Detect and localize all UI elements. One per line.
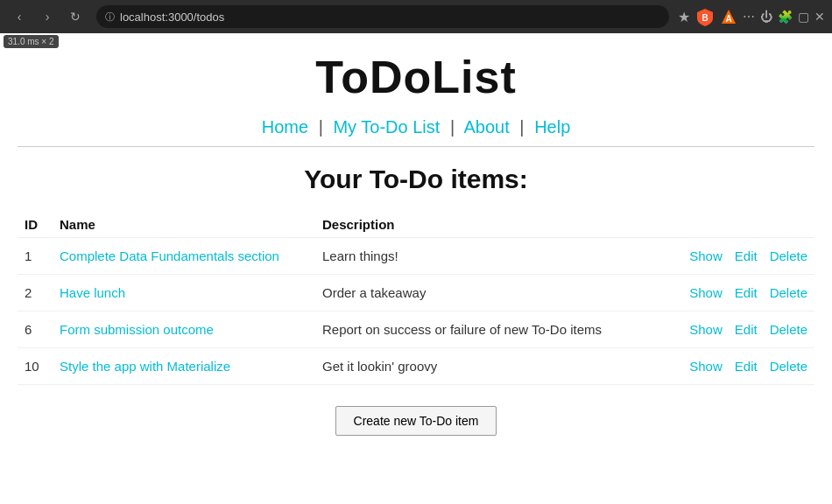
actions-group: Show Edit Delete	[666, 359, 807, 374]
power-icon[interactable]: ⏻	[760, 10, 772, 24]
show-link[interactable]: Show	[689, 285, 723, 300]
delete-link[interactable]: Delete	[770, 322, 807, 337]
cell-name: Have lunch	[53, 275, 315, 312]
cell-description: Order a takeaway	[315, 275, 659, 312]
back-button[interactable]: ‹	[7, 4, 32, 29]
cell-id: 6	[18, 312, 53, 348]
edit-link[interactable]: Edit	[735, 322, 758, 337]
cell-id: 2	[18, 275, 53, 312]
table-row: 10 Style the app with Materialize Get it…	[18, 348, 814, 385]
nav-sep-1: |	[319, 117, 323, 136]
delete-link[interactable]: Delete	[770, 359, 807, 374]
nav-divider	[18, 146, 814, 147]
table-row: 1 Complete Data Fundamentals section Lea…	[18, 238, 814, 275]
forward-button[interactable]: ›	[35, 4, 60, 29]
cell-actions: Show Edit Delete	[659, 275, 814, 312]
cell-name: Style the app with Materialize	[53, 348, 315, 385]
app-title: ToDoList	[18, 51, 814, 103]
cell-description: Learn things!	[315, 238, 659, 275]
nav-sep-3: |	[519, 117, 524, 136]
ad-block-icon[interactable]: A	[720, 8, 737, 25]
svg-text:A: A	[725, 14, 731, 24]
actions-group: Show Edit Delete	[666, 248, 807, 263]
nav-sep-2: |	[450, 117, 455, 136]
browser-chrome: ‹ › ↻ ⓘ localhost:3000/todos ★ B A ⋯ ⏻ 🧩…	[0, 0, 832, 33]
todo-link[interactable]: Have lunch	[60, 285, 125, 300]
cell-actions: Show Edit Delete	[659, 238, 814, 275]
bookmark-icon[interactable]: ★	[678, 9, 690, 25]
todo-link[interactable]: Style the app with Materialize	[60, 359, 230, 374]
nav-links: Home | My To-Do List | About | Help	[18, 117, 814, 137]
address-bar[interactable]: ⓘ localhost:3000/todos	[96, 5, 669, 28]
table-row: 6 Form submission outcome Report on succ…	[18, 312, 814, 348]
menu-dots-icon[interactable]: ⋯	[743, 10, 755, 24]
header-name: Name	[53, 212, 315, 238]
todo-link[interactable]: Form submission outcome	[60, 322, 214, 337]
edit-link[interactable]: Edit	[735, 359, 758, 374]
svg-text:B: B	[702, 13, 708, 23]
edit-link[interactable]: Edit	[735, 248, 758, 263]
section-title: Your To-Do items:	[18, 164, 814, 194]
table-header: ID Name Description	[18, 212, 814, 238]
url-display: localhost:3000/todos	[120, 10, 224, 24]
show-link[interactable]: Show	[689, 248, 723, 263]
table-body: 1 Complete Data Fundamentals section Lea…	[18, 238, 814, 385]
create-btn-row: Create new To-Do item	[18, 406, 814, 436]
close-icon[interactable]: ✕	[814, 10, 825, 24]
create-new-button[interactable]: Create new To-Do item	[335, 406, 497, 436]
show-link[interactable]: Show	[689, 359, 723, 374]
header-id: ID	[18, 212, 53, 238]
show-link[interactable]: Show	[689, 322, 723, 337]
nav-home[interactable]: Home	[262, 117, 308, 136]
reload-button[interactable]: ↻	[63, 4, 88, 29]
cell-description: Report on success or failure of new To-D…	[315, 312, 659, 348]
delete-link[interactable]: Delete	[770, 248, 807, 263]
actions-group: Show Edit Delete	[666, 285, 807, 300]
nav-mylist[interactable]: My To-Do List	[333, 117, 440, 136]
todo-table: ID Name Description 1 Complete Data Fund…	[18, 212, 814, 385]
page-content: ToDoList Home | My To-Do List | About | …	[0, 33, 832, 462]
cell-name: Form submission outcome	[53, 312, 315, 348]
edit-link[interactable]: Edit	[735, 285, 758, 300]
window-icon[interactable]: ▢	[798, 10, 809, 24]
nav-about[interactable]: About	[464, 117, 510, 136]
lock-icon: ⓘ	[105, 10, 115, 24]
header-description: Description	[315, 212, 659, 238]
table-row: 2 Have lunch Order a takeaway Show Edit …	[18, 275, 814, 312]
cell-description: Get it lookin' groovy	[315, 348, 659, 385]
cell-actions: Show Edit Delete	[659, 312, 814, 348]
browser-toolbar: ★ B A ⋯ ⏻ 🧩 ▢ ✕	[678, 7, 825, 26]
cell-id: 10	[18, 348, 53, 385]
delete-link[interactable]: Delete	[770, 285, 807, 300]
header-actions	[659, 212, 814, 238]
cell-id: 1	[18, 238, 53, 275]
actions-group: Show Edit Delete	[666, 322, 807, 337]
cell-actions: Show Edit Delete	[659, 348, 814, 385]
nav-help[interactable]: Help	[534, 117, 570, 136]
extensions-icon[interactable]: 🧩	[778, 10, 793, 24]
brave-shield-icon[interactable]: B	[695, 7, 715, 26]
todo-link[interactable]: Complete Data Fundamentals section	[60, 248, 279, 263]
cell-name: Complete Data Fundamentals section	[53, 238, 315, 275]
